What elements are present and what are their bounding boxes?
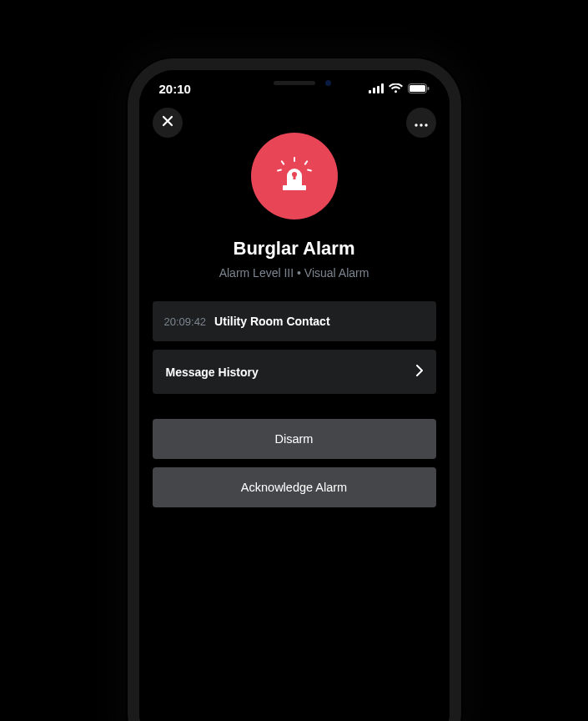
svg-rect-15 — [283, 185, 306, 190]
close-icon — [162, 115, 173, 130]
alarm-hero: Burglar Alarm Alarm Level III • Visual A… — [139, 138, 450, 280]
content: 20:09:42 Utility Room Contact Message Hi… — [139, 280, 450, 507]
event-time: 20:09:42 — [164, 315, 207, 328]
action-buttons: Disarm Acknowledge Alarm — [153, 419, 436, 507]
battery-icon — [408, 82, 430, 96]
acknowledge-button[interactable]: Acknowledge Alarm — [153, 467, 436, 507]
cellular-icon — [369, 82, 384, 96]
disarm-button[interactable]: Disarm — [153, 419, 436, 459]
svg-point-9 — [425, 124, 427, 126]
svg-rect-10 — [294, 157, 295, 162]
svg-rect-5 — [410, 85, 425, 92]
phone-notch — [219, 70, 369, 95]
svg-rect-12 — [304, 160, 308, 165]
screen: 20:10 — [139, 70, 450, 721]
alarm-subtitle: Alarm Level III • Visual Alarm — [219, 266, 369, 280]
message-history-link[interactable]: Message History — [153, 350, 436, 394]
more-button[interactable] — [406, 108, 436, 138]
svg-rect-17 — [293, 175, 295, 179]
svg-rect-6 — [427, 87, 429, 90]
svg-point-7 — [415, 124, 417, 126]
more-icon — [415, 115, 428, 130]
top-bar — [139, 96, 450, 138]
alarm-title: Burglar Alarm — [234, 238, 355, 260]
svg-rect-14 — [306, 169, 311, 171]
chevron-right-icon — [416, 365, 423, 379]
phone-frame: 20:10 — [128, 58, 461, 721]
status-icons — [369, 82, 430, 96]
message-history-label: Message History — [166, 366, 259, 379]
svg-rect-13 — [276, 169, 281, 171]
svg-point-8 — [420, 124, 422, 126]
alarm-indicator — [251, 133, 338, 219]
event-text: Utility Room Contact — [214, 315, 329, 328]
svg-rect-1 — [373, 88, 375, 93]
svg-rect-11 — [280, 160, 284, 165]
status-time: 20:10 — [159, 82, 191, 96]
event-row[interactable]: 20:09:42 Utility Room Contact — [153, 301, 436, 341]
svg-rect-0 — [369, 90, 371, 93]
svg-rect-3 — [381, 83, 384, 93]
close-button[interactable] — [153, 108, 183, 138]
wifi-icon — [389, 82, 403, 96]
siren-icon — [274, 154, 315, 199]
svg-rect-2 — [377, 86, 379, 93]
